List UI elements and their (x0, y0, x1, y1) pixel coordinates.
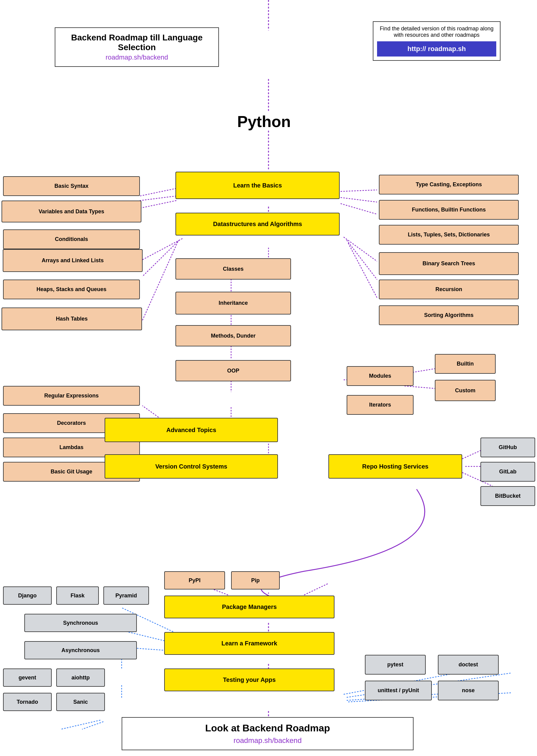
footer-box: Look at Backend Roadmap roadmap.sh/backe… (122, 717, 414, 750)
header-title: Backend Roadmap till Language Selection (62, 33, 211, 52)
modules-node[interactable]: Modules (347, 366, 414, 386)
oop-node[interactable]: OOP (176, 360, 291, 381)
tornado-node[interactable]: Tornado (3, 693, 52, 711)
aiohttp-node[interactable]: aiohttp (56, 668, 105, 687)
arrays-node[interactable]: Arrays and Linked Lists (3, 249, 143, 272)
pytest-node[interactable]: pytest (365, 655, 426, 675)
bitbucket-node[interactable]: BitBucket (480, 486, 535, 506)
svg-line-45 (82, 722, 103, 729)
svg-line-2 (140, 188, 176, 196)
classes-node[interactable]: Classes (176, 258, 291, 280)
lists-node[interactable]: Lists, Tuples, Sets, Dictionaries (379, 225, 519, 245)
svg-line-3 (140, 196, 176, 201)
github-node[interactable]: GitHub (480, 437, 535, 457)
svg-line-37 (304, 584, 328, 595)
footer-link[interactable]: roadmap.sh/backend (130, 736, 406, 745)
synchronous-node[interactable]: Synchronous (24, 614, 137, 632)
conditionals-node[interactable]: Conditionals (3, 229, 140, 249)
version-control-node[interactable]: Version Control Systems (104, 454, 278, 478)
pip-node[interactable]: Pip (231, 571, 280, 589)
type-casting-node[interactable]: Type Casting, Exceptions (379, 175, 519, 195)
repo-hosting-node[interactable]: Repo Hosting Services (328, 454, 462, 478)
svg-line-6 (341, 198, 377, 202)
svg-line-7 (341, 204, 377, 214)
learn-basics-node[interactable]: Learn the Basics (176, 172, 340, 199)
package-managers-node[interactable]: Package Managers (164, 595, 335, 618)
builtin-node[interactable]: Builtin (435, 354, 496, 374)
heaps-node[interactable]: Heaps, Stacks and Queues (3, 280, 140, 299)
hash-tables-node[interactable]: Hash Tables (2, 308, 142, 330)
sorting-node[interactable]: Sorting Algorithms (379, 305, 519, 325)
datastructures-node[interactable]: Datastructures and Algorithms (176, 213, 340, 236)
svg-line-5 (341, 190, 377, 191)
methods-node[interactable]: Methods, Dunder (176, 325, 291, 346)
learn-framework-node[interactable]: Learn a Framework (164, 632, 335, 655)
info-box: Find the detailed version of this roadma… (373, 21, 501, 61)
iterators-node[interactable]: Iterators (347, 395, 414, 415)
svg-line-13 (347, 240, 377, 280)
regular-expr-node[interactable]: Regular Expressions (3, 386, 140, 406)
custom-node[interactable]: Custom (435, 380, 496, 401)
header-title-box: Backend Roadmap till Language Selection … (55, 27, 219, 67)
basic-syntax-node[interactable]: Basic Syntax (3, 176, 140, 196)
variables-node[interactable]: Variables and Data Types (2, 201, 142, 222)
functions-node[interactable]: Functions, Builtin Functions (379, 200, 519, 220)
testing-node[interactable]: Testing your Apps (164, 668, 335, 691)
gitlab-node[interactable]: GitLab (480, 462, 535, 482)
svg-line-12 (344, 237, 377, 261)
inheritance-node[interactable]: Inheritance (176, 292, 291, 315)
advanced-topics-node[interactable]: Advanced Topics (104, 418, 278, 442)
doctest-node[interactable]: doctest (438, 655, 499, 675)
svg-line-44 (61, 720, 100, 729)
svg-line-14 (348, 243, 377, 298)
asynchronous-node[interactable]: Asynchronous (24, 641, 137, 660)
sanic-node[interactable]: Sanic (56, 693, 105, 711)
flask-node[interactable]: Flask (56, 586, 99, 605)
svg-line-9 (142, 239, 183, 260)
footer-title: Look at Backend Roadmap (130, 723, 406, 734)
info-link-btn[interactable]: http:// roadmap.sh (377, 41, 496, 57)
svg-line-11 (142, 242, 178, 321)
unittest-node[interactable]: unittest / pyUnit (365, 681, 432, 700)
binary-search-node[interactable]: Binary Search Trees (379, 252, 519, 275)
python-title: Python (237, 112, 291, 131)
django-node[interactable]: Django (3, 586, 52, 605)
svg-line-4 (140, 201, 176, 208)
pyramid-node[interactable]: Pyramid (103, 586, 149, 605)
recursion-node[interactable]: Recursion (379, 280, 519, 299)
info-text: Find the detailed version of this roadma… (377, 25, 496, 38)
gevent-node[interactable]: gevent (3, 668, 52, 687)
header-link[interactable]: roadmap.sh/backend (62, 54, 211, 61)
svg-line-10 (142, 240, 180, 277)
nose-node[interactable]: nose (438, 681, 499, 700)
pypi-node[interactable]: PyPI (164, 571, 225, 589)
